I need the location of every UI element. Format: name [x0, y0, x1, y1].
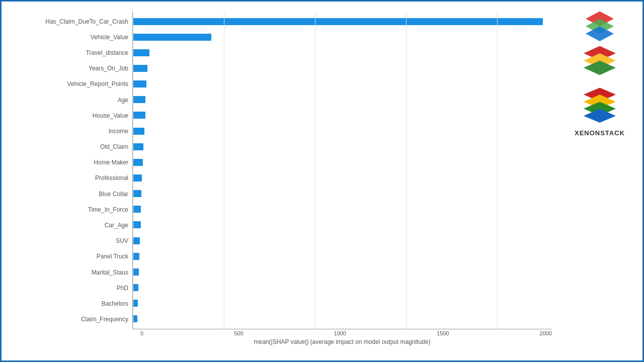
- x-tick: 1000: [334, 330, 346, 336]
- bar-row: [133, 189, 552, 198]
- bar-row: [133, 220, 552, 229]
- bar-row: [133, 48, 552, 57]
- bar-row: [133, 314, 552, 323]
- y-axis-labels: Has_Claim_DueTo_Car_CrashVehicle_ValueTr…: [22, 12, 132, 329]
- bar: [133, 253, 139, 260]
- bar: [133, 112, 145, 119]
- bar: [133, 18, 543, 25]
- y-label: Marital_Staus: [22, 269, 128, 276]
- bar-row: [133, 283, 552, 292]
- y-label: Old_Claim: [22, 144, 128, 150]
- y-label: Bachelors: [22, 301, 128, 307]
- xenonstack-logo: [580, 44, 620, 84]
- chart-container: Has_Claim_DueTo_Car_CrashVehicle_ValueTr…: [22, 12, 552, 345]
- y-label: Claim_Frequency: [22, 316, 128, 322]
- bar-row: [133, 17, 552, 26]
- bar-row: [133, 33, 552, 42]
- y-label: Time_In_Force: [22, 207, 128, 213]
- y-label: Income: [22, 128, 128, 134]
- bar: [133, 206, 141, 213]
- bar-row: [133, 173, 552, 183]
- bar: [133, 190, 141, 197]
- bar: [133, 221, 141, 228]
- y-label: Age: [22, 97, 128, 103]
- bar: [133, 315, 137, 322]
- bar: [133, 49, 149, 56]
- x-axis: 0500100015002000: [136, 329, 552, 336]
- bar-row: [133, 95, 552, 104]
- bar: [133, 174, 142, 182]
- y-label: Vehicle_Value: [22, 34, 128, 40]
- y-label: Has_Claim_DueTo_Car_Crash: [22, 19, 128, 25]
- x-axis-label: mean(|SHAP value|) (average impact on mo…: [132, 338, 552, 345]
- bar: [133, 237, 140, 244]
- x-tick: 0: [140, 330, 143, 336]
- logo-text: XENONSTACK: [575, 129, 625, 137]
- bar: [133, 34, 211, 41]
- bar-row: [133, 158, 552, 167]
- bar: [133, 300, 138, 307]
- x-ticks-container: 0500100015002000: [140, 330, 552, 336]
- bar: [133, 143, 143, 150]
- y-label: Years_On_Job: [22, 65, 128, 71]
- xenonstack-logo-icon: [582, 9, 617, 44]
- y-label: PhD: [22, 285, 128, 291]
- bar-row: [133, 64, 552, 73]
- y-label: House_Value: [22, 113, 128, 119]
- logo-area: XENONSTACK: [567, 9, 632, 137]
- y-label: Vehicle_Report_Points: [22, 81, 128, 87]
- bar: [133, 65, 147, 72]
- logo-graphic: [580, 84, 620, 127]
- y-label: Car_Age: [22, 222, 128, 228]
- bar-row: [133, 79, 552, 88]
- y-label: Home Maker: [22, 159, 128, 165]
- bar-row: [133, 142, 552, 151]
- bar: [133, 96, 145, 103]
- y-label: Blue Collar: [22, 191, 128, 197]
- chart-area: Has_Claim_DueTo_Car_CrashVehicle_ValueTr…: [22, 12, 552, 329]
- bar-row: [133, 111, 552, 120]
- bar: [133, 284, 138, 291]
- bar-row: [133, 236, 552, 245]
- bar-row: [133, 252, 552, 261]
- bar-row: [133, 299, 552, 308]
- y-label: SUV: [22, 238, 128, 244]
- bar: [133, 128, 144, 135]
- grid-lines: [133, 12, 552, 329]
- y-label: Professional: [22, 175, 128, 181]
- y-label: Panel Truck: [22, 253, 128, 259]
- bar-row: [133, 267, 552, 277]
- x-tick: 2000: [540, 330, 552, 336]
- x-tick: 500: [234, 330, 243, 336]
- bars-area: [132, 12, 552, 329]
- bar-row: [133, 127, 552, 136]
- y-label: Travel_distance: [22, 50, 128, 56]
- bar: [133, 268, 139, 276]
- bar-row: [133, 205, 552, 214]
- x-tick: 1500: [437, 330, 449, 336]
- bar: [133, 80, 146, 87]
- bar: [133, 159, 143, 166]
